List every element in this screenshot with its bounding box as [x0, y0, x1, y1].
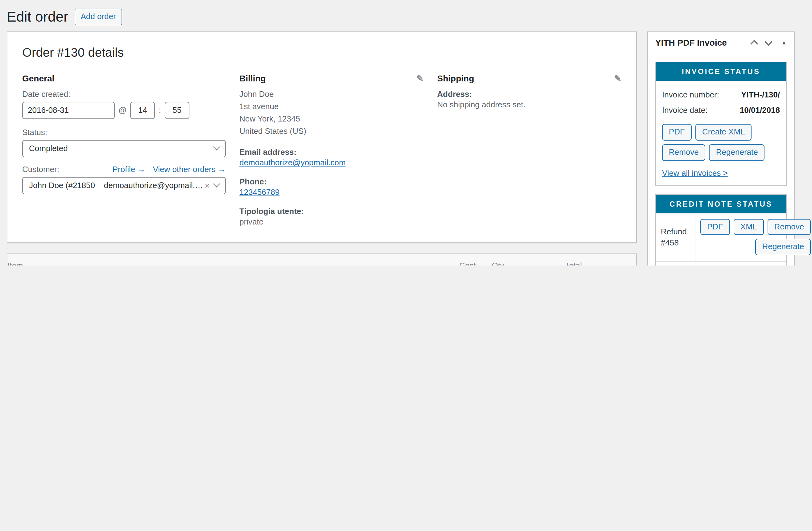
chevron-down-icon — [213, 180, 220, 188]
phone-link[interactable]: 123456789 — [240, 188, 279, 197]
customer-value: John Doe (#21850 – demoauthorize@yopmail… — [29, 181, 205, 190]
date-created-label: Date created: — [22, 89, 226, 99]
page-header: Edit order Add order — [0, 0, 812, 31]
status-label: Status: — [22, 128, 226, 137]
order-items-panel: Item Cost Qty Total — [7, 254, 637, 265]
billing-name: John Doe — [240, 88, 424, 101]
billing-country: United States (US) — [240, 125, 424, 137]
invoice-status-table: INVOICE STATUS Invoice number: YITH-/130… — [655, 62, 787, 186]
general-heading: General — [22, 73, 226, 83]
view-other-orders-link[interactable]: View other orders → — [153, 165, 226, 174]
postbox-header: YITH PDF Invoice ▲ — [648, 32, 794, 54]
edit-billing-pencil-icon[interactable]: ✎ — [417, 74, 424, 83]
chevron-down-icon — [213, 143, 220, 150]
credit-note-status-header: CREDIT NOTE STATUS — [656, 195, 786, 213]
billing-city: New York, 12345 — [240, 113, 424, 125]
credit-note-status-table: CREDIT NOTE STATUS Refund #458 PDF XML R… — [655, 194, 787, 265]
order-data-panel: Order #130 details General Date created:… — [7, 31, 637, 243]
shipping-address-label: Address: — [437, 89, 621, 99]
profile-link[interactable]: Profile → — [113, 165, 146, 174]
invoice-remove-button[interactable]: Remove — [662, 144, 706, 161]
invoice-create-xml-button[interactable]: Create XML — [695, 124, 752, 141]
add-order-button[interactable]: Add order — [74, 9, 122, 25]
invoice-status-header: INVOICE STATUS — [656, 62, 786, 81]
shipping-address-value: No shipping address set. — [437, 100, 621, 109]
credit-note-refund-ref: Refund #458 — [656, 213, 695, 262]
billing-street: 1st avenue — [240, 101, 424, 113]
general-column: General Date created: @ : Status: Comple… — [22, 69, 226, 227]
items-table-header: Item Cost Qty Total — [8, 254, 636, 265]
move-down-icon[interactable] — [765, 38, 772, 46]
column-total: Total — [520, 254, 582, 265]
user-type-value: private — [240, 217, 424, 227]
order-details-title: Order #130 details — [22, 46, 621, 60]
phone-label: Phone: — [240, 177, 424, 187]
clear-customer-icon[interactable]: × — [205, 181, 210, 190]
hour-input[interactable] — [130, 102, 155, 119]
customer-select[interactable]: John Doe (#21850 – demoauthorize@yopmail… — [22, 177, 226, 194]
view-all-invoices-link[interactable]: View all invoices > — [662, 168, 728, 177]
column-qty: Qty — [476, 254, 520, 265]
billing-column: Billing ✎ John Doe 1st avenue New York, … — [240, 69, 424, 227]
yith-pdf-invoice-postbox: YITH PDF Invoice ▲ INVOICE STATUS Invoic… — [647, 31, 795, 266]
minute-input[interactable] — [165, 102, 189, 119]
billing-heading: Billing — [240, 73, 266, 83]
invoice-date-value: 10/01/2018 — [740, 102, 780, 118]
at-symbol: @ — [118, 106, 127, 115]
page-title: Edit order — [7, 8, 68, 26]
edit-shipping-pencil-icon[interactable]: ✎ — [614, 74, 621, 83]
edit-order-page: Edit order Add order Order #130 details … — [0, 0, 812, 265]
email-label: Email address: — [240, 148, 424, 157]
invoice-pdf-button[interactable]: PDF — [662, 124, 692, 141]
credit-note-xml-button[interactable]: XML — [734, 219, 764, 235]
status-value: Completed — [29, 144, 68, 153]
shipping-heading: Shipping — [437, 73, 474, 83]
user-type-label: Tipologia utente: — [240, 207, 424, 216]
invoice-regenerate-button[interactable]: Regenerate — [709, 144, 765, 161]
collapse-toggle-icon[interactable]: ▲ — [781, 40, 787, 46]
customer-label: Customer: — [22, 165, 59, 174]
invoice-date-label: Invoice date: — [662, 102, 707, 118]
credit-note-remove-button[interactable]: Remove — [767, 219, 811, 235]
time-separator: : — [159, 106, 161, 115]
email-link[interactable]: demoauthorize@yopmail.com — [240, 158, 346, 167]
invoice-number-label: Invoice number: — [662, 87, 719, 102]
invoice-number-value: YITH-/130/ — [741, 87, 780, 102]
postbox-title: YITH PDF Invoice — [655, 38, 727, 48]
credit-note-pdf-button[interactable]: PDF — [700, 219, 730, 235]
credit-note-regenerate-button[interactable]: Regenerate — [755, 239, 811, 256]
status-select[interactable]: Completed — [22, 140, 226, 157]
column-cost: Cost — [421, 254, 476, 265]
date-created-input[interactable] — [22, 102, 115, 119]
move-up-icon[interactable] — [750, 40, 758, 47]
column-item: Item — [8, 254, 421, 265]
shipping-column: Shipping ✎ Address: No shipping address … — [437, 69, 621, 227]
